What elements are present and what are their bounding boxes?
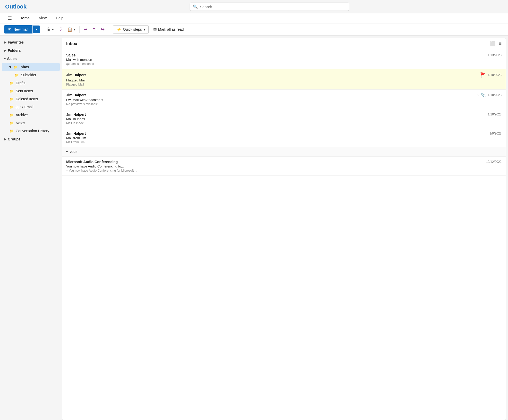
move-button[interactable]: 📋 ▾ (65, 26, 77, 33)
quick-steps-label: Quick steps (123, 27, 142, 31)
inbox-header-actions: ⬜ ≡ (490, 41, 502, 47)
filter-icon[interactable]: ≡ (499, 41, 502, 47)
email-subject-1: Mail with mention (66, 58, 502, 62)
subfolder-label: Subfolder (21, 73, 36, 77)
hamburger-menu[interactable]: ☰ (5, 13, 14, 23)
navbar: ☰ Home View Help (0, 13, 508, 23)
sales-section[interactable]: ▾ Sales (0, 55, 62, 63)
favorites-label: Favorites (8, 40, 24, 44)
email-item-2[interactable]: Jim Halpert 🚩 1/10/2023 Flagged Mail Fla… (62, 69, 506, 90)
email-item-4[interactable]: Jim Halpert 1/10/2023 Mail in Inbox Mail… (62, 109, 506, 128)
sidebar-item-sent-items[interactable]: 📁 Sent Items (2, 87, 60, 95)
email-preview-1: @Pam is mentioned (66, 62, 502, 66)
email-sender-1: Sales (66, 53, 76, 57)
section-2022-chevron-icon: ▾ (66, 150, 68, 154)
email-item-1[interactable]: Sales 1/13/2023 Mail with mention @Pam i… (62, 50, 506, 69)
groups-section[interactable]: ▶ Groups (0, 135, 62, 143)
toolbar-separator-2 (79, 26, 80, 33)
junk-email-icon: 📁 (9, 105, 14, 109)
email-preview-2: Flagged Mail (66, 83, 502, 86)
email-row-top-4: Jim Halpert 1/10/2023 (66, 112, 502, 116)
conversation-history-icon: 📁 (9, 129, 14, 133)
shield-icon: 🛡 (58, 27, 63, 32)
folders-label: Folders (8, 48, 21, 53)
sidebar-item-junk-email[interactable]: 📁 Junk Email (2, 103, 60, 111)
sidebar-item-subfolder[interactable]: 📁 Subfolder (2, 71, 60, 79)
groups-chevron-icon: ▶ (4, 138, 6, 141)
main-layout: ▶ Favorites ▶ Folders ▾ Sales ▾ 📁 Inbox … (0, 36, 508, 420)
quick-steps-button[interactable]: ⚡ Quick steps ▾ (113, 25, 149, 34)
email-preview-5: Mail from Jim (66, 140, 502, 144)
selection-icon[interactable]: ⬜ (490, 41, 496, 47)
inbox-folder-icon: 📁 (13, 65, 18, 69)
search-icon: 🔍 (193, 4, 198, 9)
mark-all-read-button[interactable]: ✉ Mark all as read (150, 26, 187, 33)
email-row-top-2022: Microsoft Audio Conferencing 12/12/2022 (66, 160, 502, 164)
quick-steps-dropdown-icon: ▾ (143, 27, 145, 31)
search-bar[interactable]: 🔍 (190, 3, 349, 11)
inbox-title: Inbox (66, 41, 77, 46)
drafts-label: Drafts (16, 81, 25, 85)
email-date-1: 1/13/2023 (488, 53, 502, 57)
toolbar: ✉ New mail ▾ 🗑 ▾ 🛡 📋 ▾ ↩ ↰ ↪ ⚡ Quick ste… (0, 23, 508, 36)
email-list: Sales 1/13/2023 Mail with mention @Pam i… (62, 50, 506, 420)
forward-button[interactable]: ↪ (99, 25, 107, 34)
sidebar-item-conversation-history[interactable]: 📁 Conversation History (2, 127, 60, 135)
reply-all-button[interactable]: ↰ (90, 25, 98, 34)
forward-icon: ↪ (101, 27, 105, 32)
subfolder-icon: 📁 (14, 73, 19, 77)
archive-label: Archive (16, 113, 28, 117)
email-date-5: 1/9/2023 (489, 132, 502, 135)
favorites-chevron-icon: ▶ (4, 41, 6, 44)
tab-view[interactable]: View (35, 13, 51, 23)
search-input[interactable] (200, 5, 346, 9)
sidebar-item-drafts[interactable]: 📁 Drafts (2, 79, 60, 87)
inbox-header: Inbox ⬜ ≡ (62, 38, 506, 50)
sales-chevron-icon: ▾ (4, 57, 6, 61)
email-row-top-2: Jim Halpert 🚩 1/10/2023 (66, 72, 502, 78)
junk-button[interactable]: 🛡 (56, 26, 65, 33)
email-row-top-1: Sales 1/13/2023 (66, 53, 502, 57)
header: Outlook 🔍 (0, 0, 508, 13)
email-subject-2022: You now have Audio Conferencing fo... (66, 164, 502, 168)
email-row-top-3: Jim Halpert ↪ 📎 1/10/2023 (66, 93, 502, 97)
toolbar-separator-3 (109, 26, 109, 33)
email-date-2: 1/10/2023 (488, 73, 502, 77)
favorites-section[interactable]: ▶ Favorites (0, 38, 62, 46)
email-item-3[interactable]: Jim Halpert ↪ 📎 1/10/2023 Fw: Mail with … (62, 90, 506, 109)
archive-icon: 📁 (9, 113, 14, 117)
drafts-icon: 📁 (9, 81, 14, 85)
move-icon: 📋 (67, 27, 72, 32)
email-preview-2022: – You now have Audio Conferencing for Mi… (66, 169, 502, 172)
junk-email-label: Junk Email (16, 105, 33, 109)
section-2022-label: 2022 (70, 150, 77, 154)
inbox-chevron-icon: ▾ (9, 65, 11, 69)
email-sender-2022: Microsoft Audio Conferencing (66, 160, 118, 164)
chevron-down-icon: ▾ (36, 28, 37, 31)
new-mail-dropdown-button[interactable]: ▾ (33, 26, 40, 33)
email-sender-3: Jim Halpert (66, 93, 86, 97)
email-subject-3: Fw: Mail with Attachment (66, 98, 502, 102)
delete-button[interactable]: 🗑 ▾ (44, 25, 56, 34)
envelope-icon: ✉ (8, 27, 11, 31)
new-mail-button[interactable]: ✉ New mail (4, 25, 32, 33)
flag-icon: 🚩 (480, 72, 486, 78)
app-logo: Outlook (5, 3, 31, 10)
email-item-2022[interactable]: Microsoft Audio Conferencing 12/12/2022 … (62, 157, 506, 176)
lightning-icon: ⚡ (116, 27, 122, 32)
sidebar-item-inbox[interactable]: ▾ 📁 Inbox (2, 63, 60, 71)
sidebar-item-deleted-items[interactable]: 📁 Deleted Items (2, 95, 60, 103)
folders-chevron-icon: ▶ (4, 49, 6, 52)
sidebar: ▶ Favorites ▶ Folders ▾ Sales ▾ 📁 Inbox … (0, 36, 62, 420)
mark-all-read-label: Mark all as read (158, 27, 184, 31)
email-item-5[interactable]: Jim Halpert 1/9/2023 Mail from Jim Mail … (62, 128, 506, 147)
sidebar-item-notes[interactable]: 📁 Notes (2, 119, 60, 127)
tab-home[interactable]: Home (15, 13, 34, 23)
folders-section[interactable]: ▶ Folders (0, 46, 62, 55)
section-2022[interactable]: ▾ 2022 (62, 147, 506, 157)
reply-button[interactable]: ↩ (82, 25, 90, 34)
tab-help[interactable]: Help (52, 13, 67, 23)
sidebar-item-archive[interactable]: 📁 Archive (2, 111, 60, 119)
notes-icon: 📁 (9, 121, 14, 125)
delete-icon: 🗑 (46, 27, 51, 32)
